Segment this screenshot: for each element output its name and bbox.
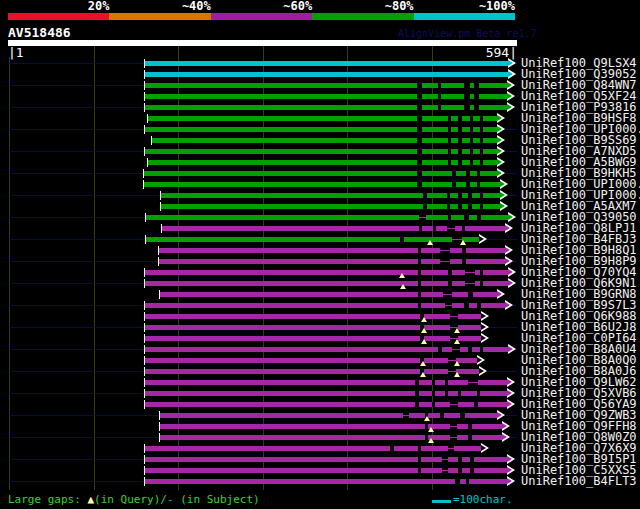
bar-start-tick: [145, 235, 146, 244]
subject-gap: [418, 292, 421, 297]
subject-gap: [418, 281, 421, 286]
subject-gap-line: [448, 448, 454, 449]
subject-gap: [480, 116, 483, 121]
arrowhead-fill: [505, 302, 510, 308]
arrowhead-fill: [497, 115, 502, 121]
subject-gap-line: [468, 382, 478, 383]
alignment-bar: [145, 72, 508, 77]
subject-gap-line: [440, 261, 450, 262]
subject-gap-line: [419, 217, 426, 218]
subject-gap: [474, 94, 479, 99]
subject-gap: [458, 149, 462, 154]
subject-gap: [390, 446, 394, 451]
subject-gap: [418, 468, 421, 473]
alignment-bar: [145, 479, 507, 484]
watermark: AlignView.pm Beta re1.7: [398, 28, 536, 39]
alignment-bar: [145, 369, 479, 374]
bar-start-tick: [160, 202, 161, 211]
arrowhead-fill: [497, 148, 502, 154]
subject-gap: [470, 127, 473, 132]
subject-gap: [438, 94, 441, 99]
alignment-bar: [152, 138, 497, 143]
subject-gap-line: [445, 305, 452, 306]
subject-gap: [455, 479, 460, 484]
subject-gap: [458, 138, 462, 143]
subject-gap: [470, 160, 473, 165]
subject-gap: [445, 380, 448, 385]
alignment-bar: [145, 281, 508, 286]
identity-scale-bar: [8, 13, 515, 20]
alignment-bar: [144, 182, 500, 187]
bar-start-tick: [144, 103, 145, 112]
arrowhead-fill: [507, 456, 512, 462]
subject-gap: [400, 237, 404, 242]
subject-gap: [458, 457, 462, 462]
arrowhead-fill: [507, 104, 512, 110]
bar-start-tick: [144, 367, 145, 376]
bar-start-tick: [144, 92, 145, 101]
arrowhead-fill: [505, 258, 510, 264]
bar-start-tick: [144, 147, 145, 156]
subject-gap: [464, 303, 469, 308]
arrowhead-fill: [497, 159, 502, 165]
arrowhead-fill: [502, 434, 507, 440]
bar-start-tick: [159, 433, 160, 442]
subject-gap-line: [440, 250, 450, 251]
subject-gap: [480, 160, 483, 165]
subject-gap: [462, 226, 465, 231]
subject-gap: [464, 105, 470, 110]
scale-segment: [211, 13, 312, 20]
subject-gap: [470, 149, 473, 154]
alignment-bar: [145, 83, 507, 88]
bar-start-tick: [144, 301, 145, 310]
scale-label: ~60%: [222, 0, 312, 13]
bar-start-tick: [158, 257, 159, 266]
arrowhead-fill: [507, 467, 512, 473]
subject-gap: [440, 413, 444, 418]
subject-gap-dash-icon: -: [167, 493, 174, 506]
subject-gap: [470, 468, 474, 473]
scale-segment: [312, 13, 413, 20]
subject-gap: [458, 193, 462, 198]
bar-start-tick: [159, 411, 160, 420]
arrowhead-fill: [507, 379, 512, 385]
subject-gap: [417, 83, 422, 88]
subject-gap: [448, 127, 451, 132]
bar-start-tick: [144, 125, 145, 134]
alignment-bar: [145, 468, 507, 473]
subject-gap: [423, 204, 427, 209]
bar-start-tick: [144, 81, 145, 90]
arrowhead-fill: [508, 280, 513, 286]
subject-gap: [468, 347, 472, 352]
alignment-bar: [145, 358, 477, 363]
subject-gap: [477, 391, 480, 396]
alignment-bar: [145, 391, 507, 396]
alignment-bar: [145, 446, 481, 451]
arrowhead-fill: [479, 236, 484, 242]
subject-gap: [474, 83, 479, 88]
bar-start-tick: [144, 279, 145, 288]
subject-gap-line: [443, 294, 452, 295]
subject-gap: [464, 215, 469, 220]
legend-text-prefix: Large gaps:: [8, 493, 87, 506]
alignment-bar: [146, 215, 508, 220]
subject-gap: [448, 160, 451, 165]
bar-start-tick: [147, 158, 148, 167]
arrowhead-fill: [481, 324, 486, 330]
subject-gap: [458, 391, 461, 396]
arrowhead-fill: [508, 60, 513, 66]
subject-gap: [448, 149, 451, 154]
subject-gap: [448, 281, 452, 286]
arrowhead-fill: [500, 203, 505, 209]
subject-gap: [477, 303, 481, 308]
subject-gap: [480, 281, 483, 286]
subject-gap-line: [452, 349, 460, 350]
subject-gap: [448, 138, 451, 143]
subject-gap: [433, 226, 436, 231]
subject-gap: [418, 457, 421, 462]
bar-start-tick: [161, 224, 162, 233]
scale-label: 20%: [19, 0, 109, 13]
subject-gap: [480, 127, 483, 132]
subject-gap: [418, 270, 421, 275]
subject-gap: [462, 248, 466, 253]
